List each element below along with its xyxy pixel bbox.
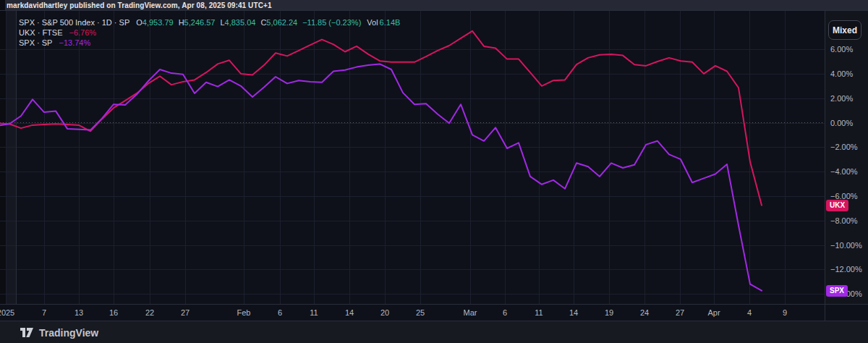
x-axis-label: 2025 (0, 308, 14, 317)
x-axis-label: 7 (42, 308, 46, 317)
mixed-button[interactable]: Mixed (828, 20, 861, 40)
volume-label: Vol (367, 17, 378, 27)
y-axis-label: 6.00% (830, 45, 853, 54)
ohlc-field-value: 4,953.79 (142, 18, 174, 27)
ohlc-field-value: 4,835.04 (225, 18, 256, 27)
legend-row-ukx[interactable]: UKX · FTSE −6.76% (19, 27, 400, 38)
y-axis-label: −2.00% (830, 143, 858, 151)
y-axis-label: 2.00% (830, 94, 853, 103)
x-axis-label: 4 (747, 308, 752, 317)
ohlc-field-value: 5,246.57 (184, 18, 216, 27)
x-axis-label: 14 (569, 308, 578, 317)
x-axis-label: 27 (676, 308, 684, 317)
symbol-title: SPX · S&P 500 Index · 1D · SP (19, 17, 129, 27)
spx-price-label: SPX (826, 285, 848, 297)
x-axis-label: Apr (707, 308, 720, 317)
x-axis-label: 22 (145, 308, 154, 317)
volume-value: 6.14B (380, 17, 401, 27)
y-axis-label: 0.00% (830, 119, 853, 127)
footer: TradingView (0, 321, 868, 343)
y-axis-label: −12.00% (830, 265, 862, 274)
price-chart[interactable] (0, 0, 868, 343)
x-axis-label: 20 (380, 308, 389, 317)
legend-row-spx[interactable]: SPX · SP −13.74% (19, 38, 400, 48)
change-value: −11.85 (−0.23%) (302, 17, 361, 27)
time-axis[interactable]: 2025713162227Feb611142025Mar61114192427A… (0, 307, 868, 320)
x-axis-label: 16 (109, 308, 118, 317)
x-axis-label: 27 (181, 308, 190, 317)
x-axis-label: 6 (503, 308, 507, 317)
x-axis-label: Mar (464, 308, 477, 317)
y-axis-label: 4.00% (830, 69, 853, 78)
ohlc-field-label: L (220, 18, 224, 27)
ohlc-field-label: H (179, 18, 184, 27)
x-axis-label: 11 (535, 308, 542, 317)
y-axis-label: −10.00% (830, 241, 862, 250)
ohlc-field-label: O (136, 18, 142, 27)
x-axis-label: Feb (237, 308, 251, 317)
compare-symbol-spx: SPX · SP (19, 38, 52, 48)
ohlc-values: O4,953.79H5,246.57L4,835.04C5,062.24 (136, 17, 302, 27)
ohlc-field-value: 5,062.24 (266, 18, 297, 27)
ukx-price-label: UKX (826, 200, 848, 211)
x-axis-label: 24 (640, 308, 649, 317)
legend-spx-value: −13.74% (59, 38, 90, 48)
x-axis-label: 6 (278, 308, 282, 317)
tradingview-share-image: markdavidhartley published on TradingVie… (0, 0, 868, 343)
brand-name: TradingView (39, 327, 98, 339)
legend-ukx-value: −6.76% (69, 27, 97, 38)
x-axis-label: 11 (310, 308, 318, 317)
compare-symbol-ukx: UKX · FTSE (19, 27, 63, 38)
tradingview-logo (20, 327, 34, 338)
legend-row-spx-index[interactable]: SPX · S&P 500 Index · 1D · SP O4,953.79H… (19, 17, 400, 27)
x-axis-label: 9 (783, 308, 787, 317)
y-axis-label: −4.00% (830, 167, 858, 176)
x-axis-label: 25 (416, 308, 425, 317)
y-axis-label: −8.00% (830, 216, 858, 225)
x-axis-label: 19 (605, 308, 613, 317)
chart-legend: SPX · S&P 500 Index · 1D · SP O4,953.79H… (19, 17, 400, 48)
x-axis-label: 14 (345, 308, 354, 317)
x-axis-label: 13 (75, 308, 83, 317)
